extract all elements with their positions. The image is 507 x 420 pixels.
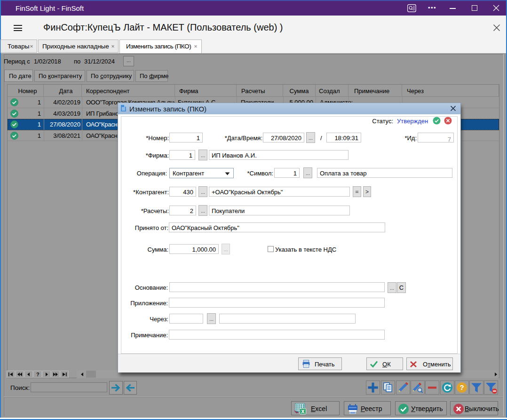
svg-text:?: ? bbox=[36, 372, 40, 377]
svg-text:X: X bbox=[301, 409, 305, 414]
svg-text:?: ? bbox=[460, 383, 464, 391]
